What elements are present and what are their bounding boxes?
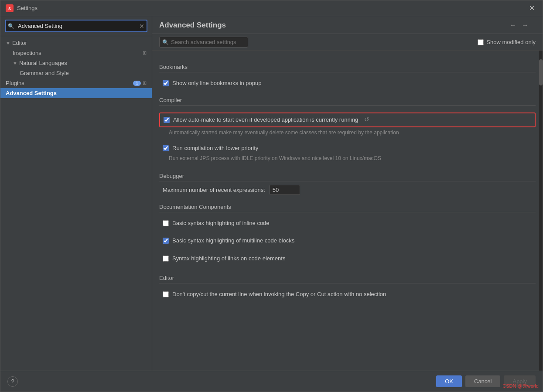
dont-copy-cut-checkbox[interactable] (163, 291, 169, 297)
forward-button[interactable]: → (520, 20, 530, 30)
settings-search-input[interactable] (159, 37, 248, 48)
ok-button[interactable]: OK (436, 375, 462, 387)
basic-syntax-multiline-label: Basic syntax highlighting of multiline c… (172, 237, 294, 245)
watermark: CSDN @云world (502, 383, 539, 389)
basic-syntax-multiline-checkbox[interactable] (163, 238, 169, 244)
help-button[interactable]: ? (7, 376, 18, 387)
section-debugger-header: Debugger (159, 173, 536, 181)
sidebar-item-inspections[interactable]: Inspections ⊞ (0, 48, 152, 58)
plugins-badge: 1 (133, 81, 141, 86)
show-modified-text: Show modified only (486, 39, 536, 45)
sidebar-item-grammar-style-label: Grammar and Style (20, 70, 69, 76)
sidebar-item-inspections-label: Inspections (13, 50, 41, 56)
setting-show-line-bookmarks: Show only line bookmarks in popup (159, 76, 536, 91)
section-editor-label: Editor (159, 275, 174, 281)
setting-dont-copy-cut-row: Don't copy/cut the current line when inv… (159, 289, 536, 300)
sidebar: 🔍 ✕ ▼ Editor Inspections ⊞ ▼ (0, 16, 152, 371)
basic-syntax-inline-checkbox[interactable] (163, 220, 169, 226)
sidebar-search-icon: 🔍 (8, 23, 14, 29)
inspections-icon-right: ⊞ (143, 50, 147, 56)
section-compiler-label: Compiler (159, 97, 182, 103)
scrollable-content: Bookmarks Show only line bookmarks in po… (152, 51, 543, 371)
setting-auto-make: Allow auto-make to start even if develop… (159, 109, 536, 138)
cancel-button[interactable]: Cancel (465, 375, 500, 387)
show-modified-checkbox[interactable] (478, 39, 484, 45)
page-title: Advanced Settings (159, 21, 508, 30)
nav-arrows: ← → (508, 20, 530, 30)
setting-auto-make-row: Allow auto-make to start even if develop… (159, 112, 536, 127)
scrollbar-thumb[interactable] (539, 59, 543, 85)
setting-syntax-links: Syntax highlighting of links on code ele… (159, 251, 536, 266)
sidebar-item-plugins[interactable]: Plugins 1 ⊞ (0, 78, 152, 88)
syntax-links-label: Syntax highlighting of links on code ele… (172, 255, 285, 262)
sidebar-item-advanced-settings[interactable]: Advanced Settings (0, 88, 152, 98)
sidebar-item-editor-label: Editor (12, 40, 27, 46)
max-recent-expressions-row: Maximum number of recent expressions: (159, 185, 536, 195)
run-compilation-desc: Run external JPS process with IDLE prior… (169, 155, 536, 162)
content-area: 🔍 ✕ ▼ Editor Inspections ⊞ ▼ (0, 16, 543, 371)
show-line-bookmarks-label: Show only line bookmarks in popup (172, 79, 262, 87)
run-compilation-label: Run compilation with lower priority (172, 144, 258, 152)
setting-run-compilation-row: Run compilation with lower priority (159, 143, 536, 154)
basic-syntax-inline-label: Basic syntax highlighting of inline code (172, 219, 270, 227)
plugins-icon-right: ⊞ (143, 80, 147, 86)
dont-copy-cut-label: Don't copy/cut the current line when inv… (172, 290, 386, 298)
auto-make-reset-icon[interactable]: ↺ (364, 116, 369, 123)
svg-text:S: S (8, 7, 11, 11)
setting-show-line-bookmarks-row: Show only line bookmarks in popup (159, 78, 536, 89)
setting-basic-syntax-inline: Basic syntax highlighting of inline code (159, 216, 536, 231)
auto-make-checkbox[interactable] (164, 117, 170, 123)
section-bookmarks-label: Bookmarks (159, 64, 188, 70)
section-debugger-label: Debugger (159, 173, 184, 179)
setting-basic-syntax-multiline: Basic syntax highlighting of multiline c… (159, 233, 536, 248)
main-panel: Advanced Settings ← → 🔍 Show modified on… (152, 16, 543, 371)
nav-tree: ▼ Editor Inspections ⊞ ▼ Natural Languag… (0, 36, 152, 371)
section-doc-components-label: Documentation Components (159, 204, 231, 210)
setting-syntax-links-row: Syntax highlighting of links on code ele… (159, 253, 536, 264)
filter-search-wrapper: 🔍 (159, 37, 473, 48)
setting-dont-copy-cut: Don't copy/cut the current line when inv… (159, 287, 536, 302)
sidebar-item-plugins-label: Plugins (6, 80, 24, 86)
settings-window: S Settings ✕ 🔍 ✕ ▼ Editor (0, 0, 543, 392)
max-recent-expressions-label: Maximum number of recent expressions: (163, 187, 265, 193)
auto-make-label: Allow auto-make to start even if develop… (173, 116, 358, 124)
setting-basic-syntax-multiline-row: Basic syntax highlighting of multiline c… (159, 235, 536, 246)
syntax-links-checkbox[interactable] (163, 256, 169, 262)
section-editor-header: Editor (159, 275, 536, 283)
max-recent-expressions-input[interactable] (270, 185, 300, 195)
filter-bar: 🔍 Show modified only (152, 34, 543, 51)
setting-run-compilation: Run compilation with lower priority Run … (159, 141, 536, 164)
section-doc-components-header: Documentation Components (159, 204, 536, 212)
sidebar-search-wrapper: 🔍 ✕ (5, 20, 147, 32)
vertical-scrollbar[interactable] (539, 51, 543, 371)
content-wrapper: Bookmarks Show only line bookmarks in po… (152, 51, 543, 371)
bottom-bar: ? OK Cancel Apply (0, 371, 543, 392)
sidebar-search-container: 🔍 ✕ (0, 16, 152, 36)
auto-make-desc: Automatically started make may eventuall… (169, 129, 536, 136)
main-header: Advanced Settings ← → (152, 16, 543, 34)
back-button[interactable]: ← (508, 20, 518, 30)
section-bookmarks-header: Bookmarks (159, 64, 536, 72)
filter-search-icon: 🔍 (162, 39, 169, 45)
sidebar-item-advanced-settings-label: Advanced Settings (6, 90, 57, 96)
sidebar-item-editor[interactable]: ▼ Editor (0, 38, 152, 48)
bottom-left: ? (7, 376, 433, 387)
show-line-bookmarks-checkbox[interactable] (163, 80, 169, 86)
sidebar-item-natural-languages[interactable]: ▼ Natural Languages (0, 58, 152, 68)
close-button[interactable]: ✕ (526, 3, 537, 13)
app-icon: S (6, 4, 14, 12)
sidebar-item-grammar-style[interactable]: Grammar and Style (0, 68, 152, 78)
editor-arrow-icon: ▼ (6, 41, 10, 46)
window-title: Settings (17, 5, 526, 11)
sidebar-item-natural-languages-label: Natural Languages (19, 60, 67, 66)
sidebar-search-clear-icon[interactable]: ✕ (139, 23, 144, 30)
run-compilation-checkbox[interactable] (163, 145, 169, 151)
natural-languages-arrow-icon: ▼ (13, 61, 17, 66)
show-modified-label[interactable]: Show modified only (478, 39, 536, 45)
section-compiler-header: Compiler (159, 97, 536, 106)
setting-basic-syntax-inline-row: Basic syntax highlighting of inline code (159, 218, 536, 229)
title-bar: S Settings ✕ (0, 0, 543, 16)
sidebar-search-input[interactable] (5, 20, 147, 32)
